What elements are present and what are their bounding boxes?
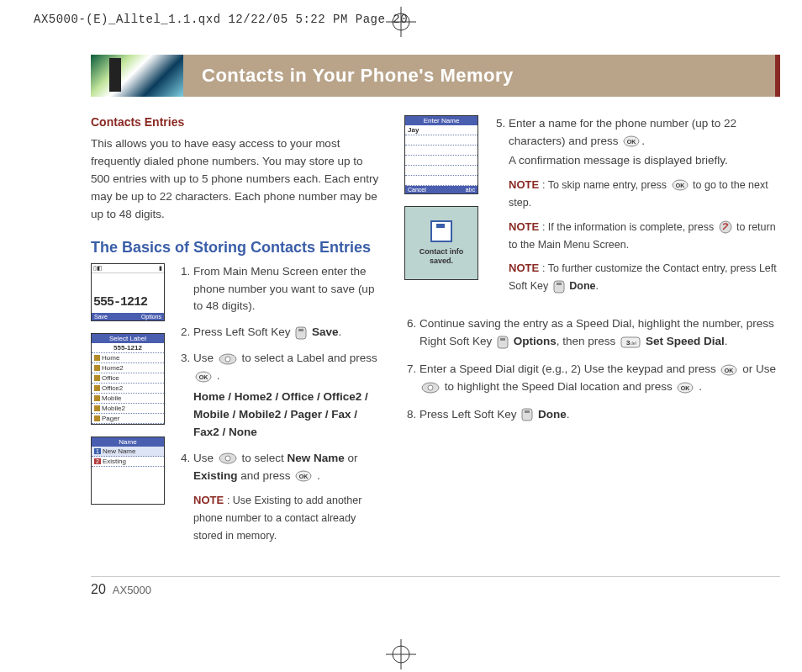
page-footer: 20AX5000 [91, 582, 151, 597]
screenshot-name: Name 1New Name 2Existing [91, 437, 165, 505]
nav-icon [219, 452, 237, 464]
steps-list-right-top: Enter a name for the phone number (up to… [493, 115, 780, 304]
step-3: Use to select a Label and press OK . Hom… [193, 350, 381, 442]
screenshot-saved: Contact infosaved. [404, 206, 478, 280]
status-icon: ▯◧ [93, 265, 103, 272]
note-complete: NOTE : If the information is complete, p… [509, 219, 780, 254]
list-item: Home [92, 353, 164, 363]
intro-paragraph: This allows you to have easy access to y… [91, 135, 381, 224]
register-mark-bottom [386, 639, 416, 669]
label-options: Home / Home2 / Office / Office2 / Mobile… [193, 390, 368, 438]
nav-icon [421, 382, 440, 394]
svg-text:OK: OK [675, 183, 684, 188]
page-number: 20 [91, 582, 106, 596]
column-left: Contacts Entries This allows you to have… [91, 115, 381, 553]
step-7: Enter a Speed Dial digit (e.g., 2) Use t… [419, 361, 780, 396]
footer-rule [91, 576, 780, 577]
screenshot-enter-name: Enter Name Jay Cancelabc [404, 115, 478, 194]
subheading-contacts-entries: Contacts Entries [91, 115, 381, 129]
ok-icon: OK [720, 364, 737, 376]
svg-rect-24 [500, 338, 505, 341]
screen-title: Select Label [92, 334, 164, 343]
softkey-icon [497, 336, 509, 349]
section-heading-basics: The Basics of Storing Contacts Entries [91, 239, 381, 257]
step-4: Use to select New Name or Existing and p… [193, 450, 381, 545]
softkey-icon [295, 326, 307, 340]
ok-icon: OK [672, 179, 689, 191]
svg-point-31 [428, 385, 433, 390]
list-item: Mobile2 [92, 404, 164, 414]
list-item: Office [92, 373, 164, 384]
svg-point-9 [225, 357, 230, 362]
step-6: Continue saving the entry as a Speed Dia… [419, 315, 780, 351]
page-content: Contacts in Your Phone's Memory Contacts… [91, 55, 780, 553]
screenshot-dialer: ▯◧▮ 555-1212 SaveOptions [91, 263, 165, 321]
steps-list-right-bottom: Continue saving the entry as a Speed Dia… [404, 315, 780, 424]
battery-icon: ▮ [159, 265, 162, 272]
svg-text:OK: OK [725, 368, 734, 373]
input-value: Jay [405, 125, 478, 135]
title-bar: Contacts in Your Phone's Memory [91, 55, 780, 97]
register-mark-top [386, 7, 416, 37]
svg-text:def: def [631, 341, 637, 346]
note-skip-name: NOTE : To skip name entry, press OK to g… [509, 177, 780, 212]
step-8: Press Left Soft Key Done. [419, 406, 780, 424]
svg-text:OK: OK [681, 385, 690, 391]
svg-point-13 [225, 456, 230, 461]
softkey-mode: abc [466, 187, 475, 193]
screenshot-stack-left: ▯◧▮ 555-1212 SaveOptions Select Label 55… [91, 263, 166, 553]
screen-title: Name [92, 437, 164, 447]
steps-list-left: From Main Menu Screen enter the phone nu… [178, 263, 381, 553]
column-right: Enter Name Jay Cancelabc Contact infosav… [404, 115, 780, 553]
list-item: Mobile [92, 394, 164, 404]
svg-text:OK: OK [299, 474, 309, 479]
screen-title: Enter Name [405, 116, 478, 125]
ok-icon: OK [677, 382, 694, 394]
model-name: AX5000 [113, 584, 151, 596]
label-number: 555-1212 [92, 343, 164, 353]
title-thumbnail [91, 55, 183, 97]
softkey-icon [553, 280, 565, 294]
list-item: 1New Name [92, 447, 164, 457]
key-3-icon: 3def [620, 336, 641, 348]
softkey-save: Save [94, 314, 108, 320]
softkey-icon [521, 408, 533, 421]
screenshot-stack-right: Enter Name Jay Cancelabc Contact infosav… [404, 115, 480, 304]
softkey-cancel: Cancel [408, 187, 426, 193]
nav-icon [219, 353, 237, 365]
title-edge [775, 55, 780, 97]
svg-rect-7 [298, 329, 303, 331]
screenshot-select-label: Select Label 555-1212 Home Home2 Office … [91, 333, 165, 425]
ok-icon: OK [295, 470, 312, 482]
dialer-number: 555-1212 [92, 292, 164, 313]
list-item: Pager [92, 414, 164, 424]
crop-metadata: AX5000-(E)_Alltel_1.1.qxd 12/22/05 5:22 … [34, 13, 408, 26]
svg-rect-22 [557, 283, 562, 285]
note-step4: NOTE : Use Existing to add another phone… [193, 492, 381, 545]
note-customize: NOTE : To further customize the Contact … [509, 260, 780, 295]
disk-icon [430, 220, 452, 242]
step-1: From Main Menu Screen enter the phone nu… [193, 263, 381, 316]
page-title: Contacts in Your Phone's Memory [183, 55, 775, 97]
list-item: Home2 [92, 363, 164, 373]
ok-icon: OK [623, 135, 640, 147]
list-item: Office2 [92, 384, 164, 394]
step-2: Press Left Soft Key Save. [193, 324, 381, 341]
svg-text:OK: OK [199, 374, 208, 380]
step-5: Enter a name for the phone number (up to… [509, 115, 780, 295]
list-item: 2Existing [92, 457, 164, 467]
svg-rect-35 [525, 410, 530, 413]
ok-icon: OK [195, 371, 212, 383]
end-key-icon [719, 220, 732, 234]
softkey-options: Options [141, 314, 161, 320]
svg-text:OK: OK [627, 139, 636, 145]
